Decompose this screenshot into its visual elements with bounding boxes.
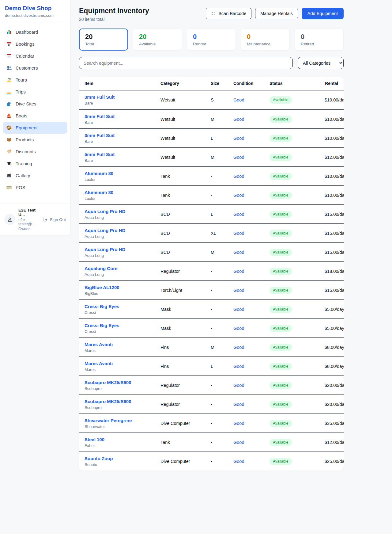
item-name-link[interactable]: 3mm Full Suit bbox=[85, 94, 160, 100]
sidebar-item-label: Bookings bbox=[16, 41, 35, 47]
sidebar-item-label: Boats bbox=[16, 113, 27, 118]
item-name-link[interactable]: 3mm Full Suit bbox=[85, 133, 160, 138]
sidebar-item[interactable]: Products bbox=[3, 134, 67, 146]
table-body: 3mm Full Suit Bare Wetsuit S Good Availa… bbox=[79, 90, 344, 471]
table-row: Cressi Big Eyes Cressi Mask - Good Avail… bbox=[79, 318, 344, 338]
search-input[interactable] bbox=[79, 57, 293, 69]
item-condition-link[interactable]: Good bbox=[233, 231, 270, 236]
item-condition-link[interactable]: Good bbox=[233, 307, 270, 312]
item-rental-price: $10.00/day bbox=[325, 193, 344, 198]
sidebar-item-label: Training bbox=[16, 161, 32, 166]
item-brand: Aqua Lung bbox=[85, 253, 160, 258]
item-name-link[interactable]: Aqua Lung Pro HD bbox=[85, 209, 160, 214]
item-condition-link[interactable]: Good bbox=[233, 174, 270, 179]
item-category: Regulator bbox=[160, 402, 211, 407]
item-rental-price: $8.00/day bbox=[325, 364, 344, 369]
sidebar-item-label: Gallery bbox=[16, 173, 30, 178]
table-row: Aqualung Core Aqua Lung Regulator - Good… bbox=[79, 261, 344, 280]
item-name-link[interactable]: Aqua Lung Pro HD bbox=[85, 247, 160, 252]
item-rental-price: $15.00/day bbox=[325, 231, 344, 236]
package-icon bbox=[6, 137, 12, 143]
item-condition-link[interactable]: Good bbox=[233, 193, 270, 198]
item-condition-link[interactable]: Good bbox=[233, 326, 270, 331]
item-rental-price: $18.00/day bbox=[325, 269, 344, 274]
stat-card[interactable]: 0 Rented bbox=[187, 29, 236, 51]
item-condition-link[interactable]: Good bbox=[233, 117, 270, 122]
col-size: Size bbox=[211, 81, 233, 86]
stat-value: 0 bbox=[247, 33, 284, 41]
sidebar-item[interactable]: Dive Sites bbox=[3, 98, 67, 110]
item-name-link[interactable]: 3mm Full Suit bbox=[85, 114, 160, 119]
item-condition-link[interactable]: Good bbox=[233, 364, 270, 369]
sidebar-item[interactable]: Training bbox=[3, 158, 67, 170]
logout-icon bbox=[43, 217, 48, 222]
item-condition-link[interactable]: Good bbox=[233, 269, 270, 274]
item-condition-link[interactable]: Good bbox=[233, 402, 270, 407]
status-badge: Available bbox=[270, 382, 292, 389]
item-condition-link[interactable]: Good bbox=[233, 383, 270, 388]
main-content: Equipment Inventory 20 items total Scan … bbox=[70, 0, 392, 483]
stat-card[interactable]: 20 Total bbox=[79, 29, 128, 51]
item-name-link[interactable]: Mares Avanti bbox=[85, 361, 160, 366]
item-name-link[interactable]: Scubapro MK25/S600 bbox=[85, 399, 160, 404]
item-category: Fins bbox=[160, 345, 211, 350]
item-condition-link[interactable]: Good bbox=[233, 136, 270, 141]
scan-barcode-button[interactable]: Scan Barcode bbox=[206, 8, 251, 19]
item-name-link[interactable]: Shearwater Peregrine bbox=[85, 418, 160, 423]
sidebar-item[interactable]: Boats bbox=[3, 110, 67, 122]
item-name-link[interactable]: BigBlue AL1200 bbox=[85, 285, 160, 290]
item-name-link[interactable]: Suunto Zoop bbox=[85, 456, 160, 461]
item-condition-link[interactable]: Good bbox=[233, 212, 270, 217]
item-condition-link[interactable]: Good bbox=[233, 250, 270, 255]
item-category: Wetsuit bbox=[160, 117, 211, 122]
item-name-link[interactable]: Steel 100 bbox=[85, 437, 160, 442]
item-name-link[interactable]: Aqua Lung Pro HD bbox=[85, 228, 160, 233]
add-equipment-button[interactable]: Add Equipment bbox=[302, 8, 344, 19]
sidebar-item[interactable]: Calendar bbox=[3, 50, 67, 62]
item-name-link[interactable]: 5mm Full Suit bbox=[85, 152, 160, 157]
sign-out-button[interactable]: Sign Out bbox=[43, 217, 66, 222]
stat-card[interactable]: 0 Retired bbox=[295, 29, 344, 51]
item-name-link[interactable]: Cressi Big Eyes bbox=[85, 323, 160, 328]
item-name-link[interactable]: Aqualung Core bbox=[85, 266, 160, 271]
item-condition-link[interactable]: Good bbox=[233, 421, 270, 426]
sidebar-item-label: Calendar bbox=[16, 53, 34, 59]
item-rental-price: $20.00/day bbox=[325, 402, 344, 407]
stat-card[interactable]: 0 Maintenance bbox=[241, 29, 290, 51]
item-name-link[interactable]: Mares Avanti bbox=[85, 342, 160, 347]
sidebar-item[interactable]: Discounts bbox=[3, 146, 67, 158]
sidebar-item[interactable]: Tours bbox=[3, 74, 67, 86]
stat-card[interactable]: 20 Available bbox=[133, 29, 182, 51]
sidebar-item[interactable]: Equipment bbox=[3, 122, 67, 134]
item-condition-link[interactable]: Good bbox=[233, 459, 270, 464]
item-brand: Scubapro bbox=[85, 405, 160, 410]
category-select[interactable]: All Categories bbox=[298, 57, 344, 69]
item-condition-link[interactable]: Good bbox=[233, 155, 270, 160]
manage-rentals-button[interactable]: Manage Rentals bbox=[255, 8, 298, 19]
sidebar-item[interactable]: Trips bbox=[3, 86, 67, 98]
item-name-link[interactable]: Aluminum 80 bbox=[85, 171, 160, 176]
sidebar-item[interactable]: Customers bbox=[3, 62, 67, 74]
stat-label: Maintenance bbox=[247, 42, 284, 46]
table-row: Cressi Big Eyes Cressi Mask - Good Avail… bbox=[79, 299, 344, 318]
table-row: Aluminum 80 Luxfer Tank - Good Available… bbox=[79, 166, 344, 185]
sidebar-item[interactable]: Dashboard bbox=[3, 26, 67, 38]
item-brand: Bare bbox=[85, 139, 160, 144]
item-category: Dive Computer bbox=[160, 459, 211, 464]
table-row: 3mm Full Suit Bare Wetsuit L Good Availa… bbox=[79, 128, 344, 147]
item-condition-link[interactable]: Good bbox=[233, 97, 270, 102]
status-badge: Available bbox=[270, 401, 292, 408]
item-condition-link[interactable]: Good bbox=[233, 288, 270, 293]
item-name-link[interactable]: Aluminum 80 bbox=[85, 190, 160, 195]
sidebar-item[interactable]: Gallery bbox=[3, 170, 67, 181]
item-name-link[interactable]: Scubapro MK25/S600 bbox=[85, 380, 160, 385]
stat-value: 20 bbox=[85, 33, 122, 41]
sidebar-item[interactable]: POS bbox=[3, 181, 67, 193]
item-name-link[interactable]: Cressi Big Eyes bbox=[85, 304, 160, 309]
barcode-scan-icon bbox=[211, 11, 216, 16]
item-condition-link[interactable]: Good bbox=[233, 440, 270, 445]
table-row: BigBlue AL1200 BigBlue Torch/Light - Goo… bbox=[79, 280, 344, 299]
sidebar-item[interactable]: 17 Bookings bbox=[3, 38, 67, 50]
sidebar-item-label: Trips bbox=[16, 89, 26, 94]
item-condition-link[interactable]: Good bbox=[233, 345, 270, 350]
